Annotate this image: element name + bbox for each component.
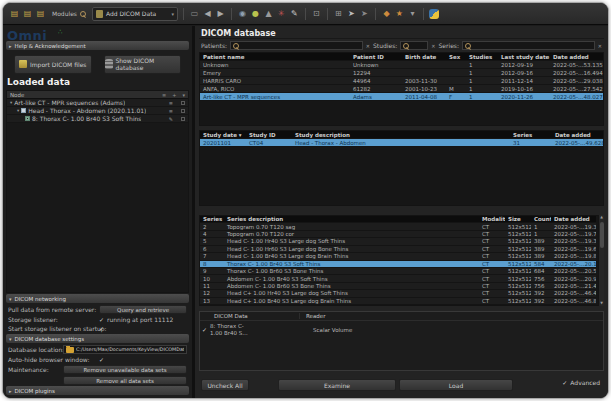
drag-handle-icon[interactable]: ≡: [169, 108, 173, 114]
remote-panel-icon[interactable]: ▭: [189, 8, 200, 20]
import-folder-icon[interactable]: ▤: [35, 8, 46, 20]
pencil-icon[interactable]: ✎: [289, 8, 300, 20]
table-row[interactable]: 9Thorax C- 1.00 Br60 S3 Bone ThinsCT512x…: [200, 268, 596, 275]
table-row[interactable]: 20201101CT04Head - Thorax - Abdomen31202…: [200, 139, 603, 147]
table-row[interactable]: 7Head C- 1.00 Br40 S3 Large dog Brain Th…: [200, 253, 596, 260]
column-header[interactable]: Study description: [292, 132, 510, 138]
marker-icon[interactable]: ✳: [276, 8, 287, 20]
table-row[interactable]: ANFA, RICO612822001-10-23M12019-10-16202…: [200, 85, 603, 93]
plugins-section-header[interactable]: ▸ DICOM plugins: [6, 386, 189, 395]
cone-icon[interactable]: ▲: [263, 8, 274, 20]
column-header[interactable]: Last study date: [498, 54, 550, 60]
python-icon[interactable]: [429, 9, 439, 19]
help-section-header[interactable]: ▸ Help & Acknowledgement: [6, 41, 189, 50]
tree-item-series[interactable]: 8: Thorax C- 1.00 Br40 S3 Soft Thins ✎: [7, 115, 188, 123]
column-header[interactable]: Study ID: [246, 132, 292, 138]
tree-item-study[interactable]: ▾ Head - Thorax - Abdomen (2020.11.01) ≡: [7, 107, 188, 115]
clear-series-icon[interactable]: ✕: [598, 43, 602, 49]
column-header[interactable]: Count: [531, 216, 551, 222]
tree-header[interactable]: Node ≡ + ▾: [7, 91, 188, 99]
column-header[interactable]: Date added: [552, 132, 603, 138]
scroll-down-icon[interactable]: ▼: [600, 301, 603, 306]
zoom-box-icon[interactable]: ⊡: [311, 8, 322, 20]
import-dicom-files-button[interactable]: Import DICOM files: [14, 55, 92, 74]
expander-icon[interactable]: ▾: [10, 100, 12, 105]
advanced-toggle[interactable]: ✓ Advanced: [562, 379, 604, 386]
query-retrieve-button[interactable]: Query and retrieve: [99, 305, 187, 314]
column-header[interactable]: Studies: [466, 54, 498, 60]
table-row[interactable]: 2Topogram 0.70 T120 sagCT512x51212022-05…: [200, 223, 596, 230]
add-dicom-data-combo[interactable]: Add DICOM Data ▾: [92, 7, 178, 21]
modules-search[interactable]: Modules: [48, 10, 86, 17]
open-folder-icon[interactable]: ▤: [22, 8, 33, 20]
storage-listener-checkbox[interactable]: ✓: [99, 316, 104, 323]
show-dicom-database-button[interactable]: Show DICOM database: [104, 55, 182, 74]
clear-studies-icon[interactable]: ✕: [431, 43, 435, 49]
reader-checkbox[interactable]: ✓: [202, 326, 207, 333]
startup-listener-checkbox[interactable]: ✓: [99, 325, 104, 332]
forward-icon[interactable]: ▶: [215, 8, 226, 20]
sphere-icon[interactable]: ●: [250, 8, 261, 20]
db-settings-section-header[interactable]: ▾ DICOM database settings: [6, 334, 189, 343]
reader-row[interactable]: ✓ 8: Thorax C- 1.00 Br40 S… Scalar Volum…: [200, 321, 603, 339]
table-row[interactable]: 5Head C- 1.00 Hr40 S3 Large dog Soft Thi…: [200, 238, 596, 245]
snap-icon[interactable]: ◆: [381, 8, 392, 20]
cursor-select-icon[interactable]: ➤: [359, 8, 370, 20]
networking-section-header[interactable]: ▾ DICOM networking: [6, 294, 189, 303]
favorites-icon[interactable]: ★: [394, 8, 405, 20]
scroll-up-icon[interactable]: ▲: [600, 215, 603, 220]
clear-patients-icon[interactable]: ✕: [366, 43, 370, 49]
uncheck-all-button[interactable]: Uncheck All: [201, 379, 249, 391]
table-row[interactable]: 4Topogram 0.70 T120 corCT512x51212022-05…: [200, 231, 596, 238]
table-row[interactable]: 6Head C- 1.00 Hr60 S3 Large dog Bone Thi…: [200, 246, 596, 253]
autohide-checkbox[interactable]: ✓: [99, 356, 104, 363]
expander-icon[interactable]: ▾: [17, 108, 19, 113]
db-location-field[interactable]: C:/Users/Max/Documents/KeyView/DICOMData…: [63, 345, 187, 354]
column-header[interactable]: Date added: [550, 54, 603, 60]
table-row[interactable]: 8Thorax C- 1.00 Br40 S3 Soft ThinsCT512x…: [200, 261, 596, 268]
scrollbar-thumb[interactable]: [600, 222, 604, 248]
search-icon[interactable]: [80, 11, 86, 17]
folder-icon[interactable]: [66, 347, 74, 353]
back-icon[interactable]: ◀: [202, 8, 213, 20]
table-row[interactable]: UnknownUnknown12012-09-192022-05-…53.135: [200, 61, 603, 69]
column-header[interactable]: Study date ▾: [200, 132, 246, 138]
table-row[interactable]: 12Head C+ 1.00 Hr40 S3 Large dog Soft Th…: [200, 290, 596, 297]
series-scrollbar[interactable]: ▲ ▼: [598, 215, 604, 306]
column-header[interactable]: Size: [505, 216, 531, 222]
column-header[interactable]: Sex: [446, 54, 466, 60]
column-header[interactable]: Modality: [479, 216, 505, 222]
table-row[interactable]: 10Abdomen C- 1.00 Br40 S3 Soft ThinsCT51…: [200, 275, 596, 282]
examine-button[interactable]: Examine: [278, 379, 396, 391]
series-search-input[interactable]: [462, 41, 595, 50]
column-header[interactable]: Series # ▴: [200, 216, 224, 222]
edit-icon[interactable]: ✎: [169, 116, 173, 122]
checkbox-icon[interactable]: [181, 109, 185, 113]
patients-search-input[interactable]: [230, 41, 363, 50]
table-row[interactable]: 11Abdomen C- 1.00 Br60 S3 Bone ThinsCT51…: [200, 283, 596, 290]
column-header[interactable]: Date added: [551, 216, 596, 222]
checkbox-icon[interactable]: [181, 117, 185, 121]
cursor-icon[interactable]: ➤: [346, 8, 357, 20]
column-header[interactable]: Series: [510, 132, 552, 138]
table-row[interactable]: HARRIS CARO449642003-11-3012011-12-14202…: [200, 77, 603, 85]
checkbox-icon[interactable]: [181, 101, 185, 105]
studies-search-input[interactable]: [400, 41, 428, 50]
globe-icon[interactable]: ◉: [237, 8, 248, 20]
table-row[interactable]: Art-like CT - MPR sequencesAdams2011-04-…: [200, 93, 603, 101]
table-cell: 44964: [350, 78, 402, 84]
remove-unavailable-button[interactable]: Remove unavailable data sets: [63, 365, 187, 374]
remove-all-button[interactable]: Remove all data sets: [63, 376, 187, 385]
favorites-dropdown-icon[interactable]: ▾: [407, 8, 418, 20]
column-header[interactable]: Birth date: [402, 54, 446, 60]
open-dicom-file-icon[interactable]: ▤: [9, 8, 20, 20]
monitor-icon[interactable]: ⊞: [333, 8, 344, 20]
table-row[interactable]: Emery1229412012-09-162022-05-…16.494: [200, 69, 603, 77]
column-header[interactable]: Series description: [224, 216, 479, 222]
column-header[interactable]: Patient name: [200, 54, 350, 60]
tree-item-patient[interactable]: ▾ Art-like CT - MPR sequences (Adams) ≡: [7, 99, 188, 107]
table-row[interactable]: 13Head C+ 1.00 Br40 S3 Large dog Brain T…: [200, 298, 596, 305]
drag-handle-icon[interactable]: ≡: [169, 100, 173, 106]
load-button[interactable]: Load: [399, 379, 513, 391]
column-header[interactable]: Patient ID: [350, 54, 402, 60]
